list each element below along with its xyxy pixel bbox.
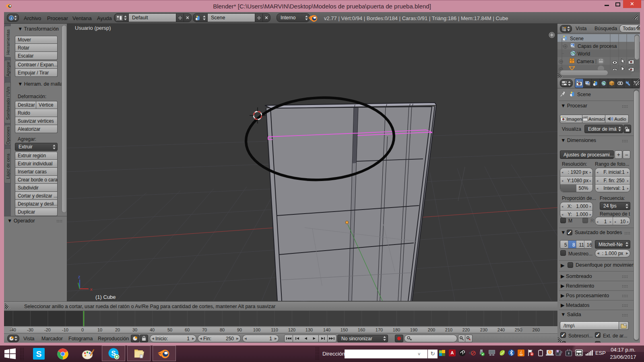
svg-text:z: z [78,274,80,279]
svg-text:x: x [90,287,93,292]
svg-text:Usuario (persp): Usuario (persp) [75,25,111,31]
svg-text:(1) Cube: (1) Cube [95,294,116,300]
